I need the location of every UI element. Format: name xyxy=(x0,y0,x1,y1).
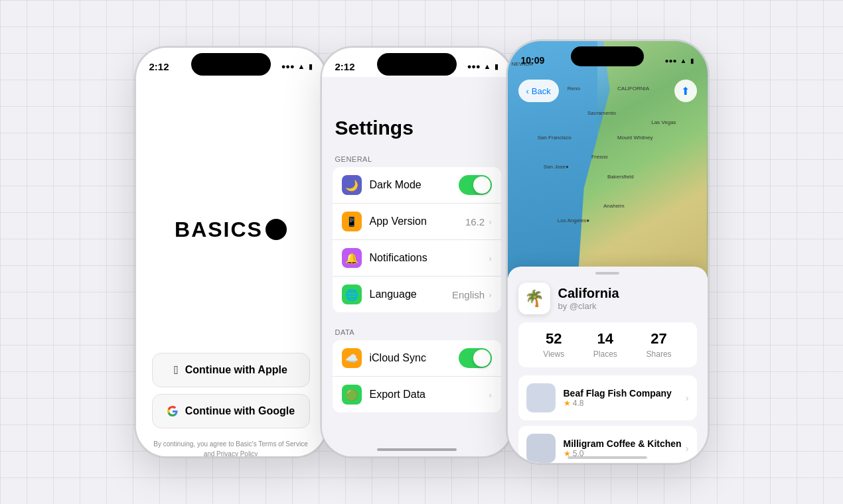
back-label: Back xyxy=(532,86,551,96)
settings-screen: Settings GENERAL 🌙 Dark Mode 📱 App xyxy=(322,77,512,456)
notifications-label: Notifications xyxy=(370,252,489,264)
dark-mode-item[interactable]: 🌙 Dark Mode xyxy=(333,167,501,204)
notifications-item[interactable]: 🔔 Notifications › xyxy=(333,240,501,277)
icloud-sync-item[interactable]: ☁️ iCloud Sync xyxy=(333,340,501,377)
export-icon: 🟢 xyxy=(342,385,362,405)
language-label: Language xyxy=(370,288,452,300)
google-icon xyxy=(167,405,179,417)
data-settings-group: ☁️ iCloud Sync 🟢 Export Data › xyxy=(333,340,501,412)
export-label: Export Data xyxy=(370,389,489,401)
views-label: Views xyxy=(543,349,564,359)
continue-google-button[interactable]: Continue with Google xyxy=(152,394,310,428)
place-name-1: Beaf Flag Fish Company xyxy=(564,388,686,399)
status-time-2: 2:12 xyxy=(335,61,355,72)
city-sanjose: San Jose● xyxy=(544,164,569,170)
status-bar-1: 2:12 ●●● ▲ ▮ xyxy=(136,48,326,77)
apple-icon:  xyxy=(174,363,179,377)
phone-settings: 2:12 ●●● ▲ ▮ Settings GENERAL 🌙 Dark Mod… xyxy=(321,46,513,458)
dynamic-island-3 xyxy=(571,46,644,66)
places-label: Places xyxy=(593,349,617,359)
place-rating-1: ★ 4.8 xyxy=(564,399,686,408)
data-section-header: DATA xyxy=(322,318,512,340)
bottom-sheet: 🌴 California by @clark 52 Views 14 xyxy=(508,267,708,463)
phone-map: 10:09 ●●● ▲ ▮ Reno Sacramento San Franci… xyxy=(506,40,709,464)
map-area[interactable]: Reno Sacramento San Francisco San Jose● … xyxy=(508,41,708,286)
dark-mode-icon: 🌙 xyxy=(342,175,362,195)
battery-icon-1: ▮ xyxy=(309,62,313,71)
city-sacramento: Sacramento xyxy=(587,110,616,116)
dynamic-island-2 xyxy=(377,53,457,76)
status-time-1: 2:12 xyxy=(149,61,169,72)
icloud-toggle[interactable] xyxy=(459,348,492,368)
share-button[interactable]: ⬆ xyxy=(674,80,697,102)
dark-mode-toggle[interactable] xyxy=(459,175,492,195)
place-info-1: Beaf Flag Fish Company ★ 4.8 xyxy=(564,388,686,408)
language-icon: 🌐 xyxy=(342,284,362,304)
apple-btn-label: Continue with Apple xyxy=(185,364,287,376)
stat-shares: 27 Shares xyxy=(647,330,672,359)
place-thumb-2 xyxy=(526,434,556,463)
signal-icon-2: ●●● xyxy=(467,62,481,70)
place-item-1[interactable]: Beaf Flag Fish Company ★ 4.8 › xyxy=(518,375,697,420)
icloud-icon: ☁️ xyxy=(342,348,362,368)
battery-icon-3: ▮ xyxy=(690,57,694,64)
status-icons-3: ●●● ▲ ▮ xyxy=(664,57,694,64)
language-item[interactable]: 🌐 Language English › xyxy=(333,277,501,312)
shares-number: 27 xyxy=(647,330,672,347)
notifications-chevron: › xyxy=(489,253,491,263)
app-version-icon: 📱 xyxy=(342,212,362,231)
auth-buttons:  Continue with Apple Continue with Goog… xyxy=(152,353,310,428)
signal-icon-1: ●●● xyxy=(281,62,295,70)
map-nav-bar: ‹ Back ⬆ xyxy=(508,74,708,107)
status-bar-3: 10:09 ●●● ▲ ▮ xyxy=(508,41,708,70)
place-chevron-1: › xyxy=(686,393,689,403)
place-thumb-1 xyxy=(526,383,556,412)
sheet-title-group: California by @clark xyxy=(558,286,697,311)
terms-text: By continuing, you agree to Basic's Term… xyxy=(152,439,310,456)
phone-basics: 2:12 ●●● ▲ ▮ BASICS  xyxy=(135,46,327,458)
export-chevron: › xyxy=(489,390,491,400)
share-icon: ⬆ xyxy=(681,85,690,97)
place-list: Beaf Flag Fish Company ★ 4.8 › Milligram… xyxy=(508,375,708,463)
stats-row: 52 Views 14 Places 27 Shares xyxy=(518,322,697,367)
city-fresno: Fresno xyxy=(591,154,608,160)
place-icon-large: 🌴 xyxy=(518,283,550,314)
google-btn-label: Continue with Google xyxy=(185,405,295,417)
wifi-icon-2: ▲ xyxy=(484,62,491,70)
phones-container: 2:12 ●●● ▲ ▮ BASICS  xyxy=(135,40,709,464)
city-lasvegas: Las Vegas xyxy=(651,119,676,125)
notifications-icon: 🔔 xyxy=(342,248,362,268)
shares-label: Shares xyxy=(647,349,672,359)
language-chevron: › xyxy=(489,290,491,300)
logo-area: BASICS xyxy=(175,106,287,353)
battery-icon-2: ▮ xyxy=(495,62,498,71)
export-data-item[interactable]: 🟢 Export Data › xyxy=(333,377,501,412)
language-value: English xyxy=(452,289,485,300)
sheet-header: 🌴 California by @clark xyxy=(508,277,708,322)
general-settings-group: 🌙 Dark Mode 📱 App Version 16.2 › xyxy=(333,167,501,312)
status-icons-2: ●●● ▲ ▮ xyxy=(467,62,498,71)
signal-icon-3: ●●● xyxy=(664,57,676,64)
wifi-icon-1: ▲ xyxy=(298,62,305,70)
home-indicator-3 xyxy=(568,456,647,459)
app-version-label: App Version xyxy=(370,216,465,227)
app-version-item: 📱 App Version 16.2 › xyxy=(333,204,501,240)
settings-title: Settings xyxy=(322,106,512,145)
sheet-subtitle: by @clark xyxy=(558,301,697,311)
app-version-value: 16.2 xyxy=(465,216,485,227)
basics-screen: BASICS  Continue with Apple xyxy=(136,77,326,456)
sheet-title: California xyxy=(558,286,697,301)
star-icon-1: ★ xyxy=(564,399,571,408)
app-version-chevron: › xyxy=(489,217,491,227)
city-mt-whitney: Mount Whitney xyxy=(617,135,652,141)
city-bakersfield: Bakersfield xyxy=(607,174,634,180)
status-icons-1: ●●● ▲ ▮ xyxy=(281,62,313,71)
basics-dot xyxy=(266,219,287,240)
stat-views: 52 Views xyxy=(543,330,564,359)
back-button[interactable]: ‹ Back xyxy=(518,80,559,102)
places-number: 14 xyxy=(593,330,617,347)
continue-apple-button[interactable]:  Continue with Apple xyxy=(152,353,310,387)
place-name-2: Milligram Coffee & Kitchen xyxy=(564,438,686,449)
status-bar-2: 2:12 ●●● ▲ ▮ xyxy=(322,48,512,77)
general-section-header: GENERAL xyxy=(322,145,512,167)
